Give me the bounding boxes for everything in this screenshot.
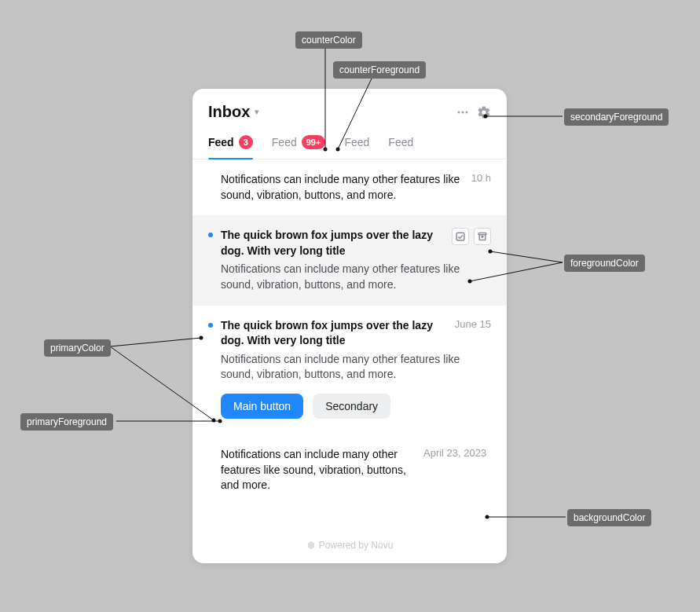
inbox-card: Inbox ▾ Feed 3 Feed 99+ Feed Feed	[192, 89, 507, 563]
header: Inbox ▾	[192, 89, 507, 127]
logo-icon	[306, 541, 316, 550]
tab-label: Feed	[388, 136, 413, 148]
list-item[interactable]: Notifications can include many other fea…	[192, 159, 507, 215]
svg-point-20	[462, 111, 464, 113]
list-item[interactable]: The quick brown fox jumps over the lazy …	[192, 306, 507, 434]
unread-dot-icon	[208, 233, 213, 237]
svg-rect-23	[478, 233, 486, 235]
notification-time: June 15	[455, 318, 491, 330]
footer-text: Powered by Novu	[319, 540, 394, 551]
notification-text: Notifications can include many other fea…	[221, 172, 465, 203]
mark-read-icon[interactable]	[452, 228, 469, 245]
list-item[interactable]: The quick brown fox jumps over the lazy …	[192, 215, 507, 305]
notification-time: April 23, 2023	[423, 447, 486, 459]
svg-point-19	[458, 111, 460, 113]
callout-counterColor: counterColor	[295, 31, 362, 49]
callout-backgroundColor: backgroundColor	[567, 509, 651, 526]
hover-actions	[452, 228, 491, 245]
callout-primaryColor: primaryColor	[44, 339, 111, 357]
page-title: Inbox	[208, 103, 250, 121]
secondary-button[interactable]: Secondary	[313, 394, 390, 419]
unread-dot-icon	[208, 323, 213, 328]
counter-badge: 99+	[302, 135, 326, 149]
action-buttons: Main button Secondary	[221, 394, 491, 419]
tab-feed-1[interactable]: Feed 3	[208, 127, 253, 159]
more-icon[interactable]	[456, 106, 469, 119]
notification-list: Notifications can include many other fea…	[192, 159, 507, 530]
callout-primaryForeground: primaryForeground	[20, 413, 113, 431]
tabs: Feed 3 Feed 99+ Feed Feed	[192, 127, 507, 159]
archive-icon[interactable]	[474, 228, 491, 245]
callout-secondaryForeground: secondaryForeground	[564, 108, 669, 126]
notification-time: 10 h	[471, 172, 491, 184]
callout-counterForeground: counterForeground	[333, 61, 426, 79]
notification-desc: Notifications can include many other fea…	[221, 262, 491, 292]
chevron-down-icon[interactable]: ▾	[255, 107, 259, 117]
list-item[interactable]: Notifications can include many other fea…	[192, 434, 507, 506]
callout-foregroundColor: foregroundColor	[564, 255, 645, 272]
svg-point-21	[466, 111, 468, 113]
counter-badge: 3	[239, 135, 253, 149]
header-actions	[456, 105, 491, 119]
tab-feed-2[interactable]: Feed 99+	[272, 127, 326, 159]
tab-label: Feed	[208, 136, 234, 148]
primary-button[interactable]: Main button	[221, 394, 303, 419]
notification-text: Notifications can include many other fea…	[221, 447, 417, 493]
tab-label: Feed	[344, 136, 369, 148]
tab-label: Feed	[272, 136, 297, 148]
notification-title: The quick brown fox jumps over the lazy …	[221, 228, 445, 258]
svg-rect-22	[456, 233, 464, 240]
notification-desc: Notifications can include many other fea…	[221, 352, 491, 383]
tab-feed-3[interactable]: Feed	[344, 127, 369, 159]
gear-icon[interactable]	[477, 105, 491, 119]
notification-title: The quick brown fox jumps over the lazy …	[221, 318, 449, 349]
tab-feed-4[interactable]: Feed	[388, 127, 413, 159]
footer: Powered by Novu	[192, 530, 507, 563]
svg-line-11	[110, 338, 201, 346]
